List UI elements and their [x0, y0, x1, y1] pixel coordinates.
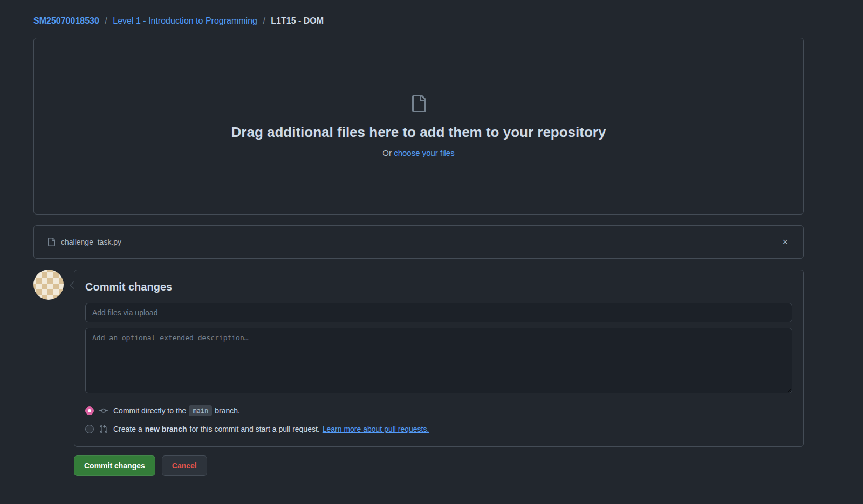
radio-unselected-icon[interactable]	[85, 425, 94, 433]
breadcrumb-separator: /	[105, 16, 107, 25]
commit-direct-text: Commit directly to the	[113, 406, 186, 415]
cancel-button[interactable]: Cancel	[162, 455, 207, 476]
breadcrumb-repo-link[interactable]: SM25070018530	[33, 16, 99, 25]
commit-section: Commit changes Commit directly to the ma…	[33, 270, 804, 476]
dropzone-or-text: Or	[382, 148, 392, 157]
learn-more-pull-requests-link[interactable]: Learn more about pull requests.	[323, 425, 429, 433]
uploaded-file-name: challenge_task.py	[61, 238, 121, 246]
dropzone-subtitle: Or choose your files	[382, 148, 454, 157]
choose-files-link[interactable]: choose your files	[394, 148, 455, 157]
new-branch-text-after: for this commit and start a pull request…	[190, 425, 320, 433]
breadcrumb: SM25070018530 / Level 1 - Introduction t…	[33, 16, 804, 26]
breadcrumb-separator: /	[263, 16, 265, 25]
file-icon	[410, 95, 427, 114]
commit-direct-option[interactable]: Commit directly to the main branch.	[85, 405, 792, 416]
git-commit-icon	[99, 406, 108, 415]
commit-title: Commit changes	[85, 281, 792, 293]
commit-changes-button[interactable]: Commit changes	[74, 455, 155, 476]
git-pull-request-icon	[99, 425, 108, 433]
file-dropzone[interactable]: Drag additional files here to add them t…	[33, 38, 804, 215]
new-branch-option[interactable]: Create a new branch for this commit and …	[85, 425, 792, 433]
upload-page: SM25070018530 / Level 1 - Introduction t…	[0, 0, 863, 498]
breadcrumb-folder-link[interactable]: Level 1 - Introduction to Programming	[113, 16, 257, 25]
avatar	[33, 270, 64, 300]
file-icon	[47, 238, 56, 246]
breadcrumb-current: L1T15 - DOM	[271, 16, 324, 25]
commit-card: Commit changes Commit directly to the ma…	[74, 270, 804, 447]
uploaded-file-row: challenge_task.py ×	[33, 225, 804, 259]
commit-actions: Commit changes Cancel	[74, 455, 804, 476]
remove-file-button[interactable]: ×	[780, 235, 790, 249]
radio-selected-icon[interactable]	[85, 406, 94, 415]
new-branch-bold: new branch	[145, 425, 187, 433]
commit-message-input[interactable]	[85, 303, 792, 322]
commit-direct-text-after: branch.	[215, 406, 240, 415]
dropzone-title: Drag additional files here to add them t…	[231, 124, 606, 141]
new-branch-text: Create a	[113, 425, 142, 433]
branch-name-badge: main	[189, 405, 212, 416]
commit-description-textarea[interactable]	[85, 328, 792, 393]
